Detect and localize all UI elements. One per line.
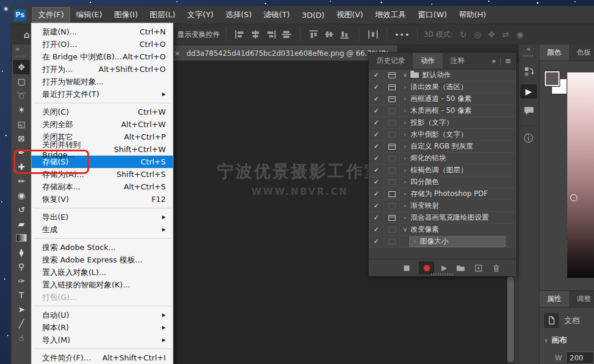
- action-row[interactable]: ✓›图像大小: [369, 236, 516, 248]
- action-row[interactable]: ✓›画框通道 - 50 像素: [369, 93, 516, 105]
- file-menu-item[interactable]: 搜索 Adobe Express 模板...: [31, 254, 173, 266]
- home-icon[interactable]: ⌂: [24, 29, 30, 40]
- action-enabled-checkbox[interactable]: ✓: [369, 212, 384, 223]
- align-top-icon[interactable]: [308, 30, 321, 39]
- collapse-arrow-icon[interactable]: ∨: [400, 226, 410, 233]
- action-row[interactable]: ✓›熔化的铅块: [369, 153, 516, 164]
- file-menu-item[interactable]: 文件简介(F)...Alt+Shift+Ctrl+I: [31, 352, 173, 364]
- file-menu-item[interactable]: 置入链接的智能对象(K)...: [31, 278, 173, 291]
- document-icon[interactable]: [544, 313, 559, 328]
- menubar-item[interactable]: 增效工具: [369, 7, 412, 23]
- move-tool[interactable]: ✥: [13, 60, 30, 74]
- action-row[interactable]: ✓›渐变映射: [369, 200, 516, 212]
- file-menu-item[interactable]: 导出(E)▶: [31, 211, 173, 223]
- align-horizontal-centers-icon[interactable]: [280, 30, 293, 39]
- expand-arrow-icon[interactable]: ›: [400, 202, 410, 210]
- menubar-item[interactable]: 3D(D): [296, 8, 330, 22]
- action-enabled-checkbox[interactable]: ✓: [369, 93, 384, 105]
- menubar-item[interactable]: 文字(Y): [181, 7, 219, 23]
- expand-arrow-icon[interactable]: ›: [400, 95, 410, 103]
- notes-panel-icon[interactable]: [520, 104, 537, 118]
- file-menu-item[interactable]: 新建(N)...Ctrl+N: [31, 26, 173, 38]
- action-enabled-checkbox[interactable]: ✓: [369, 81, 384, 93]
- action-enabled-checkbox[interactable]: ✓: [369, 129, 384, 140]
- eyedropper-tool[interactable]: ✒: [13, 145, 30, 160]
- document-tab[interactable]: × dd3a785425d41d675bc2d031e608ef6e.png @…: [168, 45, 397, 61]
- new-set-button[interactable]: [456, 264, 465, 273]
- file-menu-item[interactable]: 关闭全部Alt+Ctrl+W: [31, 118, 173, 131]
- align-vertical-centers-icon[interactable]: [249, 30, 262, 39]
- action-row[interactable]: ✓›混合器画笔克隆绘图设置: [369, 212, 516, 224]
- marquee-tool[interactable]: ▢: [13, 74, 30, 88]
- align-bottom-icon[interactable]: [339, 30, 352, 39]
- panel-menu-icon[interactable]: ≡: [505, 56, 511, 65]
- panel-tab-历史记录[interactable]: 历史记录: [369, 53, 413, 69]
- menubar-item[interactable]: 窗口(W): [412, 7, 453, 23]
- dialog-toggle[interactable]: [384, 129, 400, 140]
- brush-tool[interactable]: ✏: [13, 174, 30, 188]
- panel-expand-icon[interactable]: »: [492, 57, 496, 65]
- toolbar-collapse-icon[interactable]: »: [12, 45, 20, 54]
- file-menu-item[interactable]: 打开为智能对象...: [31, 75, 173, 88]
- expand-arrow-icon[interactable]: ›: [400, 143, 410, 150]
- action-enabled-checkbox[interactable]: ✓: [369, 117, 384, 128]
- action-row[interactable]: ✓›水中倒影（文字）: [369, 129, 516, 141]
- dialog-toggle[interactable]: [384, 153, 400, 164]
- align-right-icon[interactable]: [264, 30, 277, 39]
- menubar-item[interactable]: 图层(L): [144, 7, 181, 23]
- file-menu-item[interactable]: 最近打开文件(T)▶: [31, 88, 173, 100]
- file-menu-item[interactable]: 恢复(V)F12: [31, 193, 173, 205]
- action-enabled-checkbox[interactable]: ✓: [369, 153, 384, 164]
- menubar-item[interactable]: 编辑(E): [70, 7, 108, 23]
- width-input[interactable]: 200: [566, 352, 594, 364]
- slide-3d-icon[interactable]: ⇄: [503, 30, 510, 39]
- record-button[interactable]: [419, 261, 434, 274]
- type-tool[interactable]: T: [13, 288, 30, 302]
- align-middle-icon[interactable]: [323, 30, 336, 39]
- eraser-tool[interactable]: ▰: [13, 217, 30, 231]
- hand-tool[interactable]: ☝: [13, 331, 30, 345]
- file-menu-item[interactable]: 在 Bridge 中浏览(B)...Alt+Ctrl+O: [31, 50, 173, 63]
- canvas-section-header[interactable]: ∨ 画布: [544, 335, 594, 346]
- expand-arrow-icon[interactable]: ›: [400, 131, 410, 138]
- action-row[interactable]: ✓›木质画框 - 50 像素: [369, 105, 516, 117]
- menubar-item[interactable]: 选择(S): [219, 7, 257, 23]
- action-row[interactable]: ✓∨默认动作: [369, 69, 516, 81]
- healing-brush-tool[interactable]: ✚: [13, 160, 30, 174]
- color-picker-ring[interactable]: [570, 194, 577, 201]
- expand-arrow-icon[interactable]: ›: [400, 166, 410, 174]
- file-menu-item[interactable]: 存储副本...Alt+Ctrl+S: [31, 181, 173, 193]
- expand-arrow-icon[interactable]: ›: [409, 238, 420, 245]
- file-menu-item[interactable]: 搜索 Adobe Stock...: [31, 241, 173, 254]
- file-menu-item[interactable]: 置入嵌入对象(L)...: [31, 266, 173, 278]
- tab-close-icon[interactable]: ×: [174, 49, 181, 58]
- action-enabled-checkbox[interactable]: ✓: [369, 141, 384, 152]
- more-options-icon[interactable]: •••: [394, 30, 410, 39]
- action-enabled-checkbox[interactable]: ✓: [369, 69, 384, 81]
- panel-tab-调整[interactable]: 调整: [569, 291, 594, 307]
- expand-arrow-icon[interactable]: ›: [400, 107, 410, 115]
- expand-arrow-icon[interactable]: ›: [400, 83, 410, 91]
- actions-panel-icon[interactable]: ▶: [520, 84, 537, 99]
- action-row[interactable]: ✓›四分颜色: [369, 176, 516, 188]
- pen-tool[interactable]: ✑: [13, 274, 30, 288]
- orbit-3d-icon[interactable]: ↻: [460, 30, 467, 39]
- action-enabled-checkbox[interactable]: ✓: [369, 236, 384, 247]
- file-menu-item[interactable]: 导入(M)▶: [31, 334, 173, 346]
- selected-action[interactable]: ›图像大小: [409, 236, 505, 247]
- menubar-item[interactable]: 滤镜(T): [258, 7, 296, 23]
- history-panel-icon[interactable]: [520, 65, 537, 79]
- expand-arrow-icon[interactable]: ›: [400, 214, 410, 221]
- dock-collapse-icon[interactable]: «: [527, 45, 531, 53]
- panel-tab-颜色[interactable]: 颜色: [539, 45, 569, 61]
- dialog-toggle[interactable]: [384, 200, 400, 211]
- panel-tab-色板[interactable]: 色板: [569, 45, 594, 61]
- dialog-toggle[interactable]: [384, 176, 400, 188]
- action-enabled-checkbox[interactable]: ✓: [369, 200, 384, 211]
- file-menu-item[interactable]: 脚本(R)▶: [31, 321, 173, 334]
- info-panel-icon[interactable]: ⓘ: [520, 131, 537, 145]
- delete-button[interactable]: [492, 264, 501, 273]
- stop-button[interactable]: ■: [403, 264, 410, 272]
- file-menu-item[interactable]: 打开(O)...Ctrl+O: [31, 38, 173, 50]
- action-enabled-checkbox[interactable]: ✓: [369, 176, 384, 188]
